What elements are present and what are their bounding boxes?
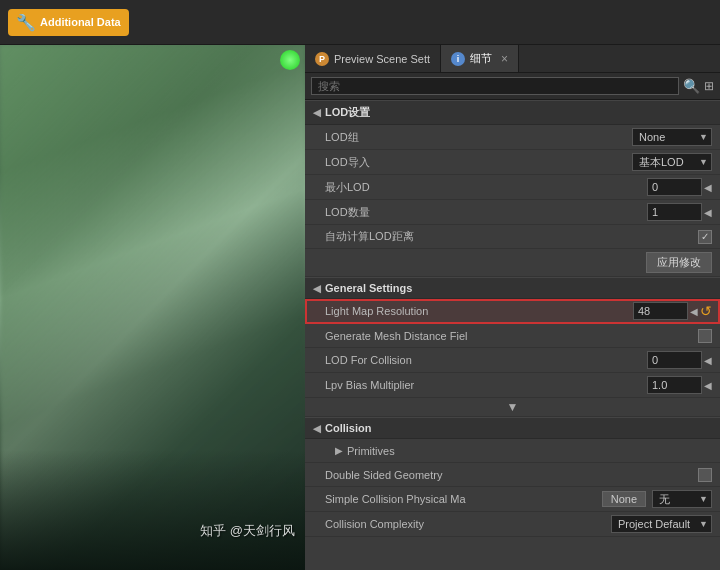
prop-value-double-sided — [698, 468, 712, 482]
lod-collision-input[interactable] — [647, 351, 702, 369]
lod-import-dropdown[interactable]: 基本LOD — [632, 153, 712, 171]
collision-collapse-arrow: ◀ — [313, 423, 321, 434]
prop-value-lod-collision: ◀ — [647, 351, 712, 369]
lightmap-res-input[interactable] — [633, 302, 688, 320]
prop-value-simple-collision: None 无 — [602, 490, 712, 508]
prop-row-lightmap-res: Light Map Resolution ◀ ↺ — [305, 299, 720, 324]
search-button[interactable]: 🔍 — [683, 78, 700, 94]
prop-row-auto-lod: 自动计算LOD距离 — [305, 225, 720, 249]
prop-value-lightmap-res: ◀ ↺ — [633, 302, 712, 320]
preview-tab-icon: P — [315, 52, 329, 66]
lightmap-res-arrow: ◀ — [690, 306, 698, 317]
primitives-expand-arrow: ▶ — [335, 445, 343, 456]
prop-value-gen-mesh — [698, 329, 712, 343]
tab-close-button[interactable]: × — [501, 52, 508, 66]
detail-tab-icon: i — [451, 52, 465, 66]
collision-complexity-dropdown[interactable]: Project Default — [611, 515, 712, 533]
lod-import-dropdown-wrapper: 基本LOD — [632, 153, 712, 171]
right-panel: P Preview Scene Sett i 细节 × 🔍 ⊞ ◀ LOD设置 — [305, 45, 720, 570]
prop-row-min-lod: 最小LOD ◀ — [305, 175, 720, 200]
prop-row-lod-collision: LOD For Collision ◀ — [305, 348, 720, 373]
auto-lod-checkbox[interactable] — [698, 230, 712, 244]
general-section-header[interactable]: ◀ General Settings — [305, 277, 720, 299]
double-sided-checkbox[interactable] — [698, 468, 712, 482]
lod-group-dropdown-wrapper: None — [632, 128, 712, 146]
prop-row-primitives: ▶ Primitives — [305, 439, 720, 463]
collision-complexity-dropdown-wrapper: Project Default — [611, 515, 712, 533]
prop-value-lod-group: None — [632, 128, 712, 146]
expand-arrow-icon: ▼ — [507, 400, 519, 414]
tab-detail[interactable]: i 细节 × — [441, 45, 519, 72]
expand-row[interactable]: ▼ — [305, 398, 720, 417]
general-section-label: General Settings — [325, 282, 412, 294]
prop-value-collision-complexity: Project Default — [611, 515, 712, 533]
prop-label-gen-mesh: Generate Mesh Distance Fiel — [325, 330, 698, 342]
prop-label-lod-group: LOD组 — [325, 130, 632, 145]
prop-row-lod-count: LOD数量 ◀ — [305, 200, 720, 225]
prop-row-lpv-bias: Lpv Bias Multiplier ◀ — [305, 373, 720, 398]
lod-count-input[interactable] — [647, 203, 702, 221]
prop-value-lod-import: 基本LOD — [632, 153, 712, 171]
prop-value-min-lod: ◀ — [647, 178, 712, 196]
prop-label-lod-collision: LOD For Collision — [325, 354, 647, 366]
prop-label-lpv-bias: Lpv Bias Multiplier — [325, 379, 647, 391]
prop-value-lod-count: ◀ — [647, 203, 712, 221]
additional-data-icon: 🔧 — [16, 13, 36, 32]
simple-collision-dropdown-wrapper: 无 — [652, 490, 712, 508]
collision-section-header[interactable]: ◀ Collision — [305, 417, 720, 439]
apply-row: 应用修改 — [305, 249, 720, 277]
min-lod-arrow: ◀ — [704, 182, 712, 193]
prop-row-gen-mesh: Generate Mesh Distance Fiel — [305, 324, 720, 348]
prop-row-lod-group: LOD组 None — [305, 125, 720, 150]
search-input[interactable] — [311, 77, 679, 95]
simple-collision-dropdown[interactable]: 无 — [652, 490, 712, 508]
lod-count-arrow: ◀ — [704, 207, 712, 218]
prop-row-simple-collision: Simple Collision Physical Ma None 无 — [305, 487, 720, 512]
viewport-dark-bottom — [0, 450, 305, 570]
properties-scroll[interactable]: ◀ LOD设置 LOD组 None LOD导入 — [305, 100, 720, 570]
prop-label-primitives: Primitives — [347, 445, 712, 457]
prop-row-double-sided: Double Sided Geometry — [305, 463, 720, 487]
lightmap-res-undo-icon[interactable]: ↺ — [700, 303, 712, 319]
prop-value-auto-lod — [698, 230, 712, 244]
additional-data-button[interactable]: 🔧 Additional Data — [8, 9, 129, 36]
additional-data-label: Additional Data — [40, 16, 121, 28]
prop-label-auto-lod: 自动计算LOD距离 — [325, 229, 698, 244]
simple-collision-none-badge[interactable]: None — [602, 491, 646, 507]
lod-collapse-arrow: ◀ — [313, 107, 321, 118]
lpv-bias-input[interactable] — [647, 376, 702, 394]
prop-label-lod-import: LOD导入 — [325, 155, 632, 170]
watermark: 知乎 @天剑行风 — [200, 522, 295, 540]
main-layout: 知乎 @天剑行风 P Preview Scene Sett i 细节 × 🔍 ⊞ — [0, 45, 720, 570]
prop-value-lpv-bias: ◀ — [647, 376, 712, 394]
prop-row-collision-complexity: Collision Complexity Project Default — [305, 512, 720, 537]
min-lod-input[interactable] — [647, 178, 702, 196]
viewport: 知乎 @天剑行风 — [0, 45, 305, 570]
lod-section-label: LOD设置 — [325, 105, 370, 120]
preview-tab-label: Preview Scene Sett — [334, 53, 430, 65]
detail-tab-label: 细节 — [470, 51, 492, 66]
green-dot — [280, 50, 300, 70]
prop-label-lod-count: LOD数量 — [325, 205, 647, 220]
prop-label-simple-collision: Simple Collision Physical Ma — [325, 493, 602, 505]
search-bar: 🔍 ⊞ — [305, 73, 720, 100]
lod-group-dropdown[interactable]: None — [632, 128, 712, 146]
prop-label-lightmap-res: Light Map Resolution — [325, 305, 633, 317]
tab-preview-scene[interactable]: P Preview Scene Sett — [305, 45, 441, 72]
lod-collision-arrow: ◀ — [704, 355, 712, 366]
top-bar: 🔧 Additional Data — [0, 0, 720, 45]
lod-section-header[interactable]: ◀ LOD设置 — [305, 100, 720, 125]
prop-row-lod-import: LOD导入 基本LOD — [305, 150, 720, 175]
gen-mesh-checkbox[interactable] — [698, 329, 712, 343]
lpv-bias-arrow: ◀ — [704, 380, 712, 391]
prop-label-min-lod: 最小LOD — [325, 180, 647, 195]
prop-label-collision-complexity: Collision Complexity — [325, 518, 611, 530]
apply-button[interactable]: 应用修改 — [646, 252, 712, 273]
grid-view-button[interactable]: ⊞ — [704, 79, 714, 93]
tab-bar: P Preview Scene Sett i 细节 × — [305, 45, 720, 73]
collision-section-label: Collision — [325, 422, 371, 434]
general-collapse-arrow: ◀ — [313, 283, 321, 294]
prop-label-double-sided: Double Sided Geometry — [325, 469, 698, 481]
